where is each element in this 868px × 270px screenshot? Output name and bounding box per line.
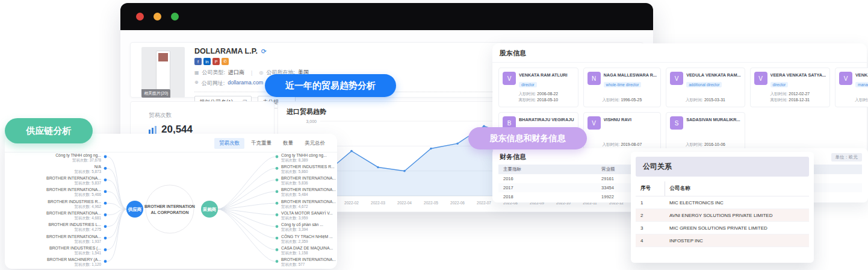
buyer-name: BROTHER INTERNATIONA... xyxy=(281,199,336,204)
join-date-label: 入职时间: xyxy=(602,142,621,146)
buyer-node-dot[interactable] xyxy=(276,167,279,170)
supply-chain-metric-tabs: 贸易次数千克重量数量美元总价 xyxy=(214,138,330,149)
supplier-node-dot[interactable] xyxy=(104,237,107,240)
buyer-node-dot[interactable] xyxy=(276,155,279,159)
shareholder-card[interactable]: SSADASIVAN MURALIKR...入职时间: 2016-10-06 xyxy=(666,112,745,152)
supplier-node-dot[interactable] xyxy=(104,225,107,228)
supplier-node-dot[interactable] xyxy=(104,167,107,170)
company-product-image[interactable]: 相关图片(20) xyxy=(141,47,185,98)
supplier-trade-count: 贸易次数: 1,541 xyxy=(75,251,102,256)
supplier-node-dot[interactable] xyxy=(104,178,107,181)
shareholder-card[interactable]: VVENKATA RAM ATLURIdirector入职时间: 2006-08… xyxy=(498,68,578,107)
supplier-name: N/A xyxy=(95,165,102,169)
shareholder-name: SADASIVAN MURALIKR... xyxy=(686,117,740,122)
buyer-node-dot[interactable] xyxy=(276,178,279,181)
join-date-label: 入职时间: xyxy=(686,98,704,102)
supplier-trade-count: 贸易次数: 4,681 xyxy=(75,216,102,221)
join-date-value: 2012-02-27 xyxy=(789,92,810,96)
buyer-link-line xyxy=(218,209,275,262)
supplier-name: BROTHER MACHINERY (A... xyxy=(47,257,101,262)
buyer-node-dot[interactable] xyxy=(276,260,279,263)
buyer-link-line xyxy=(218,209,275,215)
avatar: V xyxy=(587,116,601,130)
join-date-label: 入职时间: xyxy=(770,92,789,96)
supply-chain-tab[interactable]: 数量 xyxy=(278,138,298,149)
supplier-name: Công ty TNHH công ng... xyxy=(55,153,101,158)
join-date-label: 入职时间: xyxy=(686,142,704,146)
company-type-value: 进口商 xyxy=(228,69,244,77)
buyer-trade-count: 贸易次数: 2,359 xyxy=(281,239,308,244)
company-website-link[interactable]: dollarama.com xyxy=(228,80,263,87)
facebook-icon[interactable]: f xyxy=(194,58,202,65)
supply-chain-tab[interactable]: 千克重量 xyxy=(246,138,276,149)
pinterest-icon[interactable]: P xyxy=(212,58,220,65)
finance-cell: 2017 xyxy=(498,183,597,192)
leave-date-label: 离职时间: xyxy=(518,98,537,102)
supplier-node-dot[interactable] xyxy=(104,213,107,216)
company-name: DOLLARAMA L.P. xyxy=(194,47,258,55)
join-date-value: 2016-10-06 xyxy=(704,142,725,146)
relations-table-header: 序号公司名称 xyxy=(636,181,809,196)
join-date: 入职时间: 2006-08-22 xyxy=(499,91,578,98)
shareholder-panel-title: 股东信息 xyxy=(492,43,867,63)
buyer-name: BROTHER INTERNATIONA... xyxy=(281,187,336,192)
phone-icon[interactable]: ✆ xyxy=(222,58,229,65)
shareholder-role-badge: additional director xyxy=(686,82,722,87)
supply-chain-network-diagram[interactable]: Công ty TNHH công ng...贸易次数: 37,678N/A贸易… xyxy=(5,149,337,270)
buyer-name: VOLTA MOTOR SANAYİ V... xyxy=(281,210,333,215)
relations-cell: 3 xyxy=(636,222,665,234)
buyer-name: Công ty TNHH công ng... xyxy=(281,153,327,158)
buyer-node-dot[interactable] xyxy=(276,213,279,216)
supplier-node-dot[interactable] xyxy=(104,260,107,263)
supplier-node-dot[interactable] xyxy=(104,190,107,193)
maximize-window-button[interactable] xyxy=(171,13,179,20)
shareholder-card[interactable]: VVENKATARAMANA MAG...managing director入职… xyxy=(835,68,868,107)
buyer-node-dot[interactable] xyxy=(276,202,279,205)
x-axis-tick: 2022-04 xyxy=(397,201,412,205)
shareholder-card[interactable]: NNAGA MALLESWARA R...whole-time director… xyxy=(583,68,662,107)
join-date-value: 2015-03-31 xyxy=(704,98,725,102)
shareholder-card[interactable]: VVISHNU RAVI入职时间: 2019-08-07 xyxy=(583,112,662,152)
supply-chain-tab[interactable]: 美元总价 xyxy=(300,138,330,149)
company-type-icon: ▦ xyxy=(194,70,199,75)
relations-table-row[interactable]: 1MIC ELECTRONICS INC xyxy=(636,196,809,209)
supplier-node-dot[interactable] xyxy=(104,248,107,251)
data-point[interactable] xyxy=(430,148,432,150)
relations-cell: MIC ELECTRONICS INC xyxy=(665,196,809,209)
avatar: V xyxy=(670,72,683,85)
bar-chart-icon xyxy=(149,126,157,134)
supplier-node-dot[interactable] xyxy=(104,155,107,159)
join-date-value: 2019-08-07 xyxy=(621,142,642,146)
x-axis-tick: 2022-06 xyxy=(450,201,465,205)
shareholder-name: BHARATIRAJU VEGIRAJU xyxy=(519,117,574,122)
join-date: 入职时间: 2015-03-31 xyxy=(666,97,744,104)
data-point[interactable] xyxy=(403,170,406,172)
buyer-trade-count: 贸易次数: 4,672 xyxy=(281,204,308,209)
buyer-node-dot[interactable] xyxy=(276,225,279,228)
close-window-button[interactable] xyxy=(136,13,144,20)
supply-chain-tab[interactable]: 贸易次数 xyxy=(214,138,244,149)
linkedin-icon[interactable]: in xyxy=(203,58,211,65)
supplier-name: BROTHER INTERNATIONA... xyxy=(46,176,101,180)
buyer-node-dot[interactable] xyxy=(276,190,279,193)
minimize-window-button[interactable] xyxy=(153,13,161,20)
avatar: S xyxy=(670,116,683,130)
relations-table-row[interactable]: 4INFOSTEP INC xyxy=(636,234,809,247)
buyer-node-dot[interactable] xyxy=(276,237,279,240)
shareholder-card[interactable]: VVEERA VENKATA SATYA...director入职时间: 201… xyxy=(750,68,830,107)
center-company-node[interactable] xyxy=(146,185,194,233)
supplier-trade-count: 贸易次数: 4,275 xyxy=(75,227,102,232)
supplier-node-dot[interactable] xyxy=(104,202,107,205)
meta-divider: | xyxy=(251,70,252,76)
relations-table-row[interactable]: 3MIC GREEN SOLUTIONS PRIVATE LIMITED xyxy=(636,222,809,234)
data-point[interactable] xyxy=(456,142,459,145)
buyer-node-dot[interactable] xyxy=(276,248,279,251)
data-point[interactable] xyxy=(377,166,379,169)
company-relations-panel: 公司关系 序号公司名称 1MIC ELECTRONICS INC2AVNI EN… xyxy=(631,152,814,263)
refresh-icon[interactable]: ⟳ xyxy=(261,48,267,55)
data-point[interactable] xyxy=(350,150,353,152)
shareholder-name: VEERA VENKATA SATYA... xyxy=(770,72,826,78)
supplier-link-line xyxy=(107,209,127,262)
shareholder-card[interactable]: VVEDULA VENKATA RAM...additional directo… xyxy=(666,68,745,107)
relations-table-row[interactable]: 2AVNI ENERGY SOLUTIONS PRIVATE LIMITED xyxy=(636,209,809,222)
